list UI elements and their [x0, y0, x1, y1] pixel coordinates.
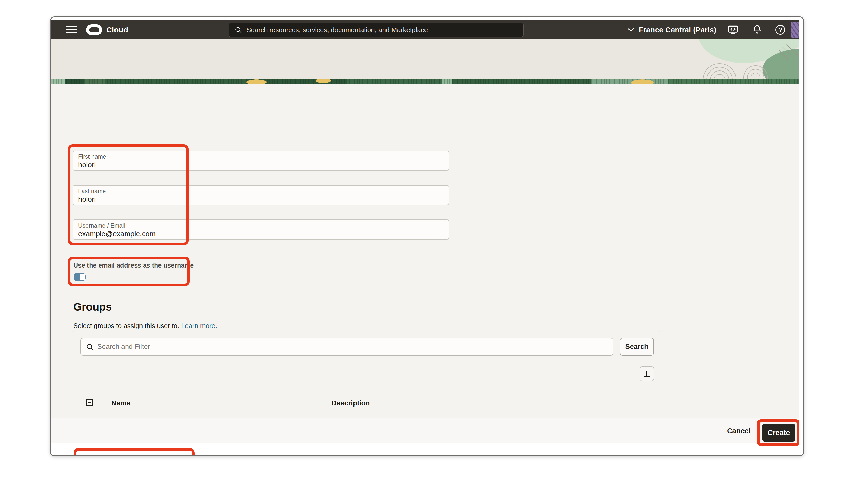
- console-page: Cloud France Central (Paris): [51, 17, 804, 455]
- groups-section-title: Groups: [73, 301, 112, 313]
- cloud-shell-icon[interactable]: [727, 24, 739, 36]
- global-search-bar[interactable]: [229, 23, 523, 37]
- last-name-field[interactable]: Last name holori: [73, 185, 449, 205]
- cancel-button[interactable]: Cancel: [719, 418, 758, 443]
- columns-icon: [644, 370, 650, 377]
- content-area: First name holori Last name holori Usern…: [51, 84, 799, 418]
- column-header-name: Name: [111, 399, 131, 407]
- app-window: Cloud France Central (Paris): [50, 17, 804, 456]
- hamburger-menu-icon[interactable]: [65, 26, 77, 34]
- last-name-label: Last name: [78, 188, 106, 195]
- help-icon[interactable]: ?: [775, 24, 786, 36]
- groups-subtitle-text: Select groups to assign this user to.: [73, 322, 181, 329]
- decorative-green-band: [51, 79, 799, 84]
- table-header-row: Name Description: [73, 393, 660, 412]
- first-name-value: holori: [78, 161, 96, 169]
- chevron-down-icon[interactable]: [627, 26, 635, 33]
- oracle-logo-icon[interactable]: [86, 24, 102, 35]
- region-selector[interactable]: France Central (Paris): [639, 20, 716, 39]
- first-name-field[interactable]: First name holori: [73, 151, 449, 171]
- scrollbar-track[interactable]: [799, 17, 804, 455]
- username-email-value: example@example.com: [78, 230, 156, 238]
- learn-more-link[interactable]: Learn more: [181, 322, 215, 329]
- brand-label: Cloud: [106, 20, 128, 39]
- search-button[interactable]: Search: [620, 338, 654, 356]
- first-name-label: First name: [78, 153, 106, 160]
- page-title: Create user: [73, 77, 136, 79]
- select-all-checkbox[interactable]: [86, 399, 93, 406]
- groups-subtitle-period: .: [215, 322, 217, 329]
- global-search-input[interactable]: [247, 23, 517, 37]
- notifications-bell-icon[interactable]: [751, 24, 763, 36]
- last-name-value: holori: [78, 195, 96, 204]
- groups-search-input[interactable]: [97, 338, 606, 355]
- email-as-username-label: Use the email address as the username: [73, 262, 194, 269]
- search-icon: [86, 343, 94, 351]
- email-as-username-toggle[interactable]: [74, 273, 86, 281]
- search-icon: [235, 26, 242, 34]
- groups-subtitle: Select groups to assign this user to. Le…: [73, 322, 217, 330]
- create-button[interactable]: Create: [762, 424, 795, 441]
- footer-action-bar: Cancel Create: [51, 418, 799, 443]
- decorative-header-art: [635, 39, 799, 79]
- username-email-field[interactable]: Username / Email example@example.com: [73, 220, 449, 240]
- groups-search-bar[interactable]: [80, 338, 613, 356]
- top-navigation-bar: Cloud France Central (Paris): [51, 20, 799, 39]
- annotation-box-holori-row: [74, 448, 195, 455]
- column-header-description: Description: [332, 399, 370, 407]
- column-settings-button[interactable]: [639, 366, 654, 381]
- table-row[interactable]: Administrators Administrators: [73, 412, 660, 418]
- page-header: Create user: [51, 39, 799, 79]
- username-email-label: Username / Email: [78, 222, 125, 229]
